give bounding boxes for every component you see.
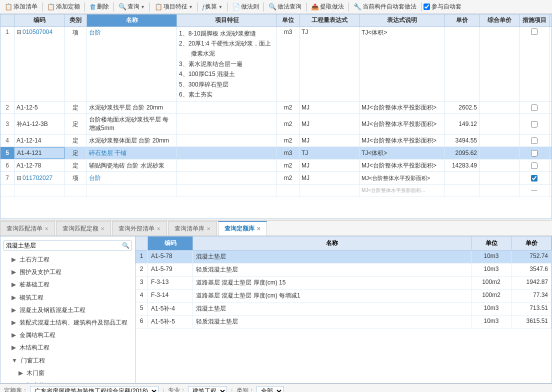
row-measure[interactable]	[520, 147, 550, 159]
tree-item-earthwork[interactable]: ▶ 土石方工程	[0, 254, 135, 266]
measure-checkbox[interactable]	[531, 28, 538, 35]
tab-query-list[interactable]: 查询清单库 ✕	[168, 221, 217, 236]
tree-item-door-window[interactable]: ▼ 门窗工程	[0, 354, 135, 367]
tab-match-quota[interactable]: 查询匹配定额 ✕	[56, 221, 111, 236]
row-unit	[277, 184, 300, 196]
row-features	[177, 172, 277, 184]
query-table-row[interactable]: 4 F-3-14 道路基层 混凝土垫层 厚度(cm) 每增减1 100m2 77…	[136, 290, 552, 302]
add-list-button[interactable]: 📋 添加清单	[2, 2, 40, 12]
extract-method-icon: 📤	[311, 3, 319, 10]
qcol-unit: 单位	[472, 236, 512, 250]
row-price: 149.12	[444, 114, 480, 134]
make-method-button[interactable]: 📄 做法则	[230, 2, 262, 12]
row-type: 定	[64, 134, 87, 146]
delete-button[interactable]: 🗑 删除	[87, 2, 112, 12]
specialty-label: 专业：	[168, 386, 186, 392]
tree-item-metal[interactable]: ▶ 金属结构工程	[0, 329, 135, 342]
row-type: 定	[64, 114, 87, 134]
table-row[interactable]: 6 A1-12-78 定 辅贴陶瓷地砖 台阶 水泥砂浆 m2 MJ MJ<台阶整…	[0, 160, 552, 172]
row-measure[interactable]	[520, 134, 550, 146]
table-row[interactable]: 3 补A1-12-3B 定 台阶楼地面水泥砂浆找平层 每增减5mm m2 MJ …	[0, 114, 552, 134]
category-select[interactable]: 全部	[256, 386, 284, 392]
extract-method-button[interactable]: 📤 提取做法	[308, 2, 346, 12]
row-measure[interactable]	[520, 172, 550, 184]
tree-item-concrete[interactable]: ▶ 混凝土及钢筋混凝土工程	[0, 304, 135, 316]
table-row[interactable]: MJ<台阶整体水平投影面积... —	[0, 184, 552, 197]
qrow-name: 混凝土垫层	[193, 302, 472, 315]
quota-library-select[interactable]: 广东省房屋建筑与装饰工程综合定额(2018)	[30, 386, 158, 392]
row-measure[interactable]	[520, 27, 550, 102]
row-number: 7	[0, 172, 14, 184]
query-table-row[interactable]: 2 A1-5-79 轻质混凝土垫层 10m3 3547.6	[136, 264, 552, 276]
tab-match-list[interactable]: 查询匹配清单 ✕	[0, 221, 55, 236]
query-table-row[interactable]: 5 A1-5补-4 混凝土垫层 10m3 713.51	[136, 302, 552, 316]
row-price	[444, 184, 480, 196]
query-table-row[interactable]: 1 A1-5-78 混凝土垫层 10m3 752.74	[136, 250, 552, 264]
query-table-header: 编码 名称 单位 单价	[136, 236, 552, 250]
query-button[interactable]: 🔍 查询 ▼	[116, 2, 148, 12]
make-query-button[interactable]: 🔍 做法查询	[266, 2, 304, 12]
tab-close-icon[interactable]: ✕	[156, 226, 160, 232]
row-name: 水泥砂浆整体面层 台阶 20mm	[87, 134, 177, 146]
measure-checkbox[interactable]	[531, 150, 538, 156]
tree-item-door-decoration[interactable]: ▶ 门窗装饰	[0, 380, 135, 383]
tree-search-input[interactable]	[6, 242, 122, 249]
row-type: 项	[64, 172, 87, 184]
auto-check-checkbox[interactable]	[424, 4, 430, 10]
row-expr-desc: MJ<台阶整体水平投影面积>	[360, 160, 444, 172]
measure-checkbox[interactable]	[531, 104, 538, 111]
separator	[421, 2, 422, 12]
row-expr-desc: TJ<体积>	[360, 27, 444, 102]
tree-item-prefab[interactable]: ▶ 装配式混凝土结构、建筑构件及部品工程	[0, 316, 135, 329]
row-measure[interactable]: —	[520, 184, 550, 196]
row-number: 2	[0, 102, 14, 114]
tab-close-icon[interactable]: ✕	[100, 226, 104, 232]
tree-item-wood[interactable]: ▶ 木结构工程	[0, 342, 135, 354]
row-price: 14283.49	[444, 160, 480, 172]
row-features	[177, 184, 277, 196]
tree-search-box[interactable]: 🔍	[4, 240, 132, 250]
calc-button[interactable]: f 换算 ▼	[200, 2, 226, 12]
specialty-select[interactable]: 建筑工程	[188, 386, 227, 392]
query-table-row[interactable]: 3 F-3-13 道路基层 混凝土垫层 厚度(cm) 15 100m2 1942…	[136, 276, 552, 290]
delete-icon: 🗑	[90, 3, 96, 10]
add-quota-button[interactable]: 📋 添加定额	[44, 2, 82, 12]
col-name: 名称	[87, 14, 177, 26]
measure-checkbox[interactable]	[531, 162, 538, 169]
row-measure[interactable]	[520, 160, 550, 172]
table-row[interactable]: 2 A1-12-5 定 水泥砂浆找平层 台阶 20mm m2 MJ MJ<台阶整…	[0, 102, 552, 114]
arrow-icon: ▶	[18, 382, 23, 383]
search-icon[interactable]: 🔍	[122, 242, 130, 249]
tree-item-pile[interactable]: ▶ 桩基础工程	[0, 278, 135, 291]
tree-item-masonry[interactable]: ▶ 砌筑工程	[0, 292, 135, 304]
tab-close-icon[interactable]: ✕	[44, 226, 48, 232]
row-features: 1、8-10踢脚板 水泥砂浆擦缝 2、20厚1:4 干硬性水泥砂浆，面上 撒素水…	[177, 27, 277, 102]
table-row[interactable]: 1 ⊟ 010507004 项 台阶 1、8-10踢脚板 水泥砂浆擦缝 2、20…	[0, 27, 552, 102]
table-row[interactable]: 7 ⊟ 011702027 项 台阶 m2 MJ MJ<台阶整体水平投影面积>	[0, 172, 552, 184]
auto-method-button[interactable]: 🔧 当前构件自动套做法	[351, 2, 419, 12]
table-row[interactable]: 4 A1-12-14 定 水泥砂浆整体面层 台阶 20mm m2 MJ MJ<台…	[0, 134, 552, 147]
auto-check-label[interactable]: 参与自动套	[424, 2, 462, 11]
tab-query-external[interactable]: 查询外部清单 ✕	[112, 221, 167, 236]
tree-item-wood-door[interactable]: ▶ 木门窗	[0, 367, 135, 380]
table-body: 1 ⊟ 010507004 项 台阶 1、8-10踢脚板 水泥砂浆擦缝 2、20…	[0, 27, 552, 215]
row-expr-desc: MJ<台阶整体水平投影面积>	[360, 114, 444, 134]
qrow-unit: 10m3	[472, 316, 512, 328]
tab-close-icon[interactable]: ✕	[206, 226, 210, 232]
row-number: 1	[0, 27, 14, 102]
item-feature-button[interactable]: 📋 项目特征 ▼	[152, 2, 196, 12]
measure-checkbox[interactable]	[531, 175, 538, 182]
row-expr: TJ	[300, 147, 360, 159]
row-measure[interactable]	[520, 102, 550, 114]
row-expr: TJ	[300, 27, 360, 102]
table-row[interactable]: 5 A1-4-121 定 碎石垫层 干铺 m3 TJ TJ<体积> 2095.6…	[0, 147, 552, 160]
row-measure[interactable]	[520, 114, 550, 134]
tree-item-enclosure[interactable]: ▶ 围护及支护工程	[0, 266, 135, 278]
table-header: 编码 类别 名称 项目特征 单位 工程量表达式 表达式说明 单价 综合单价 措施…	[0, 14, 552, 27]
tab-query-quota[interactable]: 查询定额库 ✕	[218, 221, 267, 236]
measure-checkbox[interactable]	[531, 121, 538, 128]
measure-checkbox[interactable]	[531, 138, 538, 144]
tab-close-icon[interactable]: ✕	[256, 226, 260, 232]
query-table-row[interactable]: 6 A1-5补-5 轻质混凝土垫层 10m3 3615.51	[136, 316, 552, 328]
separator	[42, 2, 42, 12]
